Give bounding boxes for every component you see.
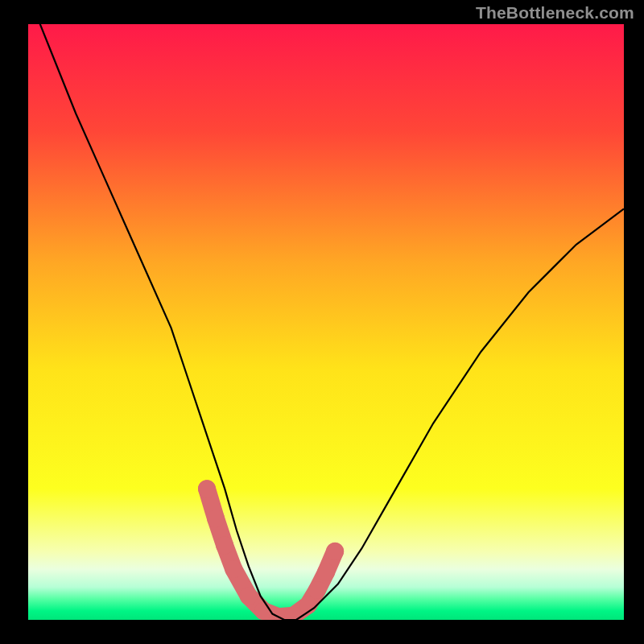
plot-svg [28, 24, 624, 620]
highlight-dot [198, 480, 216, 497]
highlight-dot [317, 564, 335, 581]
plot-area [28, 24, 624, 620]
chart-frame: TheBottleneck.com [0, 0, 644, 644]
highlight-dot [326, 543, 344, 560]
highlight-dot [225, 560, 242, 578]
highlight-dot [216, 537, 233, 555]
highlight-dot [207, 510, 225, 527]
watermark-text: TheBottleneck.com [476, 3, 634, 23]
highlight-dot [308, 581, 326, 599]
highlight-dot [240, 587, 258, 605]
gradient-background [28, 24, 624, 620]
